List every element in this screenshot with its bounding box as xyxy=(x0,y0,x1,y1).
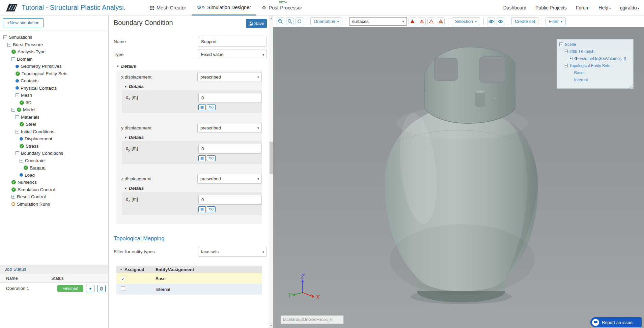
visibility-eye-icon[interactable] xyxy=(574,56,579,61)
displacement-value-input[interactable] xyxy=(198,195,262,205)
scene-node-base[interactable]: Base xyxy=(557,69,633,76)
report-issue-button[interactable]: Report an issue xyxy=(590,317,642,327)
solid-triangle-mode-button[interactable] xyxy=(409,18,416,25)
striped-triangle-mode-button[interactable] xyxy=(418,18,426,25)
tree-item-boundary-conditions[interactable]: −Boundary Conditions xyxy=(0,150,108,157)
details-toggle[interactable]: ▼Details xyxy=(124,84,262,89)
collapse-icon[interactable]: − xyxy=(20,159,23,162)
entity-filter-select[interactable]: face sets ▾ xyxy=(198,247,267,257)
collapse-icon[interactable]: − xyxy=(7,43,11,47)
display-mode-select[interactable]: surfaces ▾ xyxy=(349,17,407,26)
tree-item-3d[interactable]: ✓3D xyxy=(0,99,108,107)
displacement-mode-select[interactable]: prescribed▾ xyxy=(197,123,262,133)
collapse-icon[interactable]: − xyxy=(16,93,19,97)
nav-link-public-projects[interactable]: Public Projects xyxy=(535,5,567,10)
wire-triangle-mode-button[interactable] xyxy=(437,18,445,25)
tree-item-topological-entity-sets[interactable]: ✓Topological Entity Sets xyxy=(0,70,108,78)
delete-job-button[interactable] xyxy=(97,285,106,292)
new-simulation-button[interactable]: +New simulation xyxy=(3,18,44,27)
tree-item-load[interactable]: Load xyxy=(0,172,108,179)
assign-checkbox[interactable]: ✓ xyxy=(121,277,125,281)
scene-node-topological-entity-sets[interactable]: −Topological Entity Sets xyxy=(557,62,633,69)
mapping-row-internal[interactable]: Internal xyxy=(116,284,262,295)
tree-item-displacement[interactable]: Displacement xyxy=(0,135,108,143)
tree-item-initial-conditions[interactable]: −Initial Conditions xyxy=(0,128,108,136)
details-toggle[interactable]: ▼ Details xyxy=(116,64,267,69)
collapse-icon[interactable]: − xyxy=(16,151,19,155)
face-group-input[interactable] xyxy=(280,315,344,324)
collapse-icon[interactable]: − xyxy=(16,115,19,119)
tree-item-numerics[interactable]: ✓Numerics xyxy=(0,179,108,186)
panel-scrollbar[interactable]: ▲ ▼ xyxy=(269,16,273,328)
zoom-in-button[interactable] xyxy=(277,18,284,25)
render-canvas[interactable]: −Scene−20lb TK mesh+volumeOnGeoVolumes_0… xyxy=(273,27,644,328)
tree-item-burst-pressure[interactable]: −Burst Pressure xyxy=(0,41,108,49)
tree-item-simulations[interactable]: −Simulations xyxy=(0,34,108,41)
tree-item-model[interactable]: −✓Model xyxy=(0,106,108,114)
formula-input-button[interactable]: f(x) xyxy=(207,155,216,161)
tree-item-materials[interactable]: −Materials xyxy=(0,114,108,121)
refresh-view-button[interactable] xyxy=(296,18,303,25)
stop-job-button[interactable]: ■ xyxy=(86,285,94,292)
collapse-icon[interactable]: − xyxy=(11,57,15,61)
tree-item-result-control[interactable]: +Result Control xyxy=(0,193,108,201)
tab-mesh-creator[interactable]: Mesh Creator xyxy=(144,0,192,16)
app-logo[interactable] xyxy=(4,2,19,13)
nav-link-forum[interactable]: Forum xyxy=(576,5,589,10)
nav-link-dashboard[interactable]: Dashboard xyxy=(503,5,527,10)
name-input[interactable] xyxy=(198,37,267,47)
details-toggle[interactable]: ▼Details xyxy=(124,186,262,191)
scene-node-internal[interactable]: Internal xyxy=(557,76,633,83)
displacement-mode-select[interactable]: prescribed▾ xyxy=(197,174,262,184)
collapse-icon[interactable]: − xyxy=(16,130,19,133)
tree-item-steel[interactable]: ✓Steel xyxy=(0,121,108,128)
tab-simulation-designer[interactable]: ⚙⚙ Simulation Designer xyxy=(192,0,256,16)
resize-grip-icon[interactable] xyxy=(629,84,633,88)
mapping-row-base[interactable]: ✓ Base xyxy=(116,273,262,284)
tree-item-simulation-control[interactable]: ✓Simulation Control xyxy=(0,186,108,193)
table-input-button[interactable]: ▦ xyxy=(198,105,206,110)
expand-icon[interactable]: + xyxy=(11,195,15,199)
collapse-icon[interactable]: − xyxy=(564,50,568,53)
filter-dropdown[interactable]: Filter ▾ xyxy=(545,17,566,25)
orientation-dropdown[interactable]: Orientation ▾ xyxy=(310,17,342,25)
show-all-eye-button[interactable] xyxy=(497,18,504,25)
save-button[interactable]: Save xyxy=(246,19,267,28)
scene-node-volumeongeovolumes-0[interactable]: +volumeOnGeoVolumes_0 xyxy=(557,55,633,62)
tree-item-domain[interactable]: −Domain xyxy=(0,56,108,63)
collapse-icon[interactable]: − xyxy=(11,108,15,112)
collapse-icon[interactable]: − xyxy=(559,42,563,46)
expand-icon[interactable]: + xyxy=(569,57,572,60)
formula-input-button[interactable]: f(x) xyxy=(207,105,216,110)
zoom-fit-button[interactable] xyxy=(286,18,294,25)
tree-item-stress[interactable]: ✓Stress xyxy=(0,143,108,150)
scroll-down-arrow[interactable]: ▼ xyxy=(269,323,273,328)
formula-input-button[interactable]: f(x) xyxy=(207,206,216,212)
collapse-icon[interactable]: − xyxy=(564,64,568,67)
scrollbar-thumb[interactable] xyxy=(270,142,273,174)
tree-item-simulation-runs[interactable]: Simulation Runs xyxy=(0,201,108,208)
outline-triangle-mode-button[interactable] xyxy=(427,18,435,25)
tree-item-support[interactable]: ✓Support xyxy=(0,164,108,172)
scene-node-scene[interactable]: −Scene xyxy=(557,41,633,48)
details-toggle[interactable]: ▼Details xyxy=(124,135,262,140)
create-set-button[interactable]: Create set xyxy=(511,17,538,25)
tree-item-physical-contacts[interactable]: Physical Contacts xyxy=(0,85,108,92)
tree-item-analysis-type[interactable]: ✓Analysis Type xyxy=(0,48,108,56)
tree-item-contacts[interactable]: Contacts xyxy=(0,77,108,85)
help-menu[interactable]: Help▾ xyxy=(598,5,611,10)
selection-dropdown[interactable]: Selection ▾ xyxy=(452,17,480,25)
displacement-value-input[interactable] xyxy=(198,93,262,103)
displacement-mode-select[interactable]: prescribed▾ xyxy=(197,72,262,82)
table-input-button[interactable]: ▦ xyxy=(198,206,206,212)
tree-item-constraint[interactable]: −Constraint xyxy=(0,157,108,165)
scene-node-20lb-tk-mesh[interactable]: −20lb TK mesh xyxy=(557,48,633,55)
tab-post-processor[interactable]: BETA ⚙ Post-Processor xyxy=(256,0,308,16)
assigned-column-header[interactable]: Assigned xyxy=(124,267,144,272)
scroll-up-arrow[interactable]: ▲ xyxy=(269,16,273,21)
collapse-icon[interactable]: − xyxy=(3,35,7,39)
project-title[interactable]: Tutorial - Structural Plastic Analysi... xyxy=(22,4,126,11)
assign-checkbox[interactable] xyxy=(121,287,125,291)
tree-item-geometry-primitives[interactable]: Geometry Primitives xyxy=(0,63,108,70)
displacement-value-input[interactable] xyxy=(198,144,262,154)
